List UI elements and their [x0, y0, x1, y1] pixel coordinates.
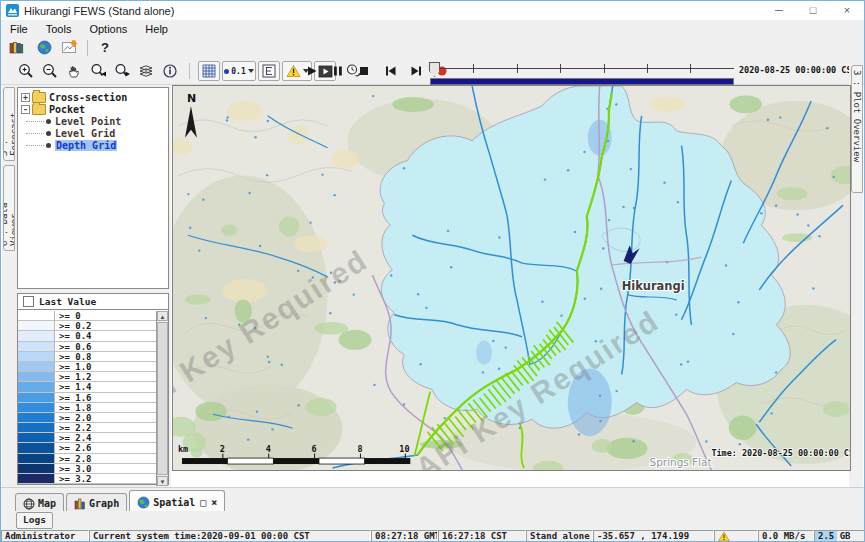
- scroll-down-icon[interactable]: ▼: [157, 476, 168, 486]
- tab-data-viewer[interactable]: 6 : Data Viewer: [3, 165, 15, 251]
- time-slider-groove[interactable]: [430, 68, 734, 69]
- timeseries-export-button[interactable]: [59, 38, 81, 58]
- tree-node-level-point[interactable]: Level Point: [18, 115, 168, 127]
- legend-color-swatch: [18, 393, 55, 402]
- play-button[interactable]: [301, 61, 323, 81]
- map-display-button[interactable]: [33, 38, 55, 58]
- legend-threshold-label: >= 0: [55, 311, 81, 320]
- tree-node-label: Pocket: [49, 104, 85, 115]
- tab-plot-overview[interactable]: 3 : Plot Overview: [851, 65, 863, 193]
- contour-interval-button[interactable]: 0.1: [222, 61, 256, 81]
- pan-hand-icon: [66, 63, 82, 79]
- layers-button[interactable]: [135, 61, 157, 81]
- status-memory: 2.5 GB: [814, 530, 865, 542]
- legend-color-swatch: [18, 342, 55, 351]
- legend-header: Last Value: [18, 294, 168, 310]
- legend-color-swatch: [18, 443, 55, 452]
- collapse-minus-icon[interactable]: -: [21, 105, 30, 114]
- close-button[interactable]: ×: [830, 1, 864, 20]
- time-slider[interactable]: [428, 60, 736, 84]
- zoom-previous-button[interactable]: [87, 61, 109, 81]
- tree-node-label: Cross-section: [49, 92, 127, 103]
- interval-value: 0.1: [231, 67, 245, 76]
- time-slider-thumb[interactable]: [429, 62, 440, 77]
- menu-tools[interactable]: Tools: [37, 23, 81, 35]
- legend-threshold-label: >= 1.2: [55, 372, 92, 381]
- legend-threshold-label: >= 0.2: [55, 321, 92, 330]
- pause-button[interactable]: [327, 61, 349, 81]
- tree-connector: [26, 121, 44, 122]
- last-value-label: Last Value: [39, 296, 96, 307]
- scroll-up-icon[interactable]: ▲: [157, 311, 168, 321]
- legend-color-swatch: [18, 403, 55, 412]
- window-title: Hikurangi FEWS (Stand alone): [24, 5, 174, 17]
- legend-row: >= 2.2: [18, 423, 156, 433]
- globe-icon: [37, 40, 52, 55]
- tab-forecast[interactable]: 5 : Forecast: [3, 87, 15, 161]
- status-local-time: 16:27:18 CST: [438, 530, 526, 542]
- layer-bullet-icon: [46, 131, 51, 136]
- legend-row: >= 3.2: [18, 474, 156, 484]
- tab-spatial[interactable]: Spatial □ ×: [129, 490, 225, 513]
- tree-node-level-grid[interactable]: Level Grid: [18, 127, 168, 139]
- expand-plus-icon[interactable]: +: [21, 93, 30, 102]
- menu-help[interactable]: Help: [136, 23, 177, 35]
- main-toolbar: ?: [1, 37, 864, 58]
- dropdown-caret-icon: [248, 69, 254, 73]
- profile-button[interactable]: [258, 61, 280, 81]
- legend-color-swatch: [18, 413, 55, 422]
- stop-button[interactable]: [353, 61, 375, 81]
- current-timestep-label: 2020-08-25 00:00:00 CST: [739, 65, 851, 75]
- map-viewport[interactable]: API Key Required API Key Required N Hiku…: [172, 85, 851, 471]
- zoom-out-button[interactable]: [39, 61, 61, 81]
- legend-threshold-label: >= 1.0: [55, 362, 92, 371]
- tab-maximize-icon[interactable]: □: [200, 497, 206, 508]
- legend-color-swatch: [18, 464, 55, 473]
- layers-icon: [138, 63, 154, 79]
- maximize-button[interactable]: □: [796, 1, 830, 20]
- app-icon: [6, 4, 19, 17]
- step-end-button[interactable]: [405, 61, 427, 81]
- status-warning-cell[interactable]: [714, 530, 758, 542]
- scale-tick: 6: [312, 444, 317, 454]
- grid-display-button[interactable]: [198, 61, 220, 81]
- pan-button[interactable]: [63, 61, 85, 81]
- legend-threshold-label: >= 1.4: [55, 382, 92, 391]
- grid-icon: [202, 64, 216, 78]
- legend-row: >= 0.4: [18, 331, 156, 341]
- toolbar-separator: [87, 40, 88, 56]
- tab-map[interactable]: Map: [15, 493, 64, 513]
- legend-row: >= 0.8: [18, 352, 156, 362]
- profile-icon: [262, 64, 276, 78]
- tree-node-depth-grid[interactable]: Depth Grid: [18, 139, 168, 151]
- menu-file[interactable]: File: [1, 23, 37, 35]
- time-span-bar: [430, 78, 734, 85]
- logs-button[interactable]: Logs: [16, 512, 53, 529]
- tab-close-icon[interactable]: ×: [211, 497, 217, 508]
- right-tab-strip: 3 : Plot Overview: [849, 59, 863, 487]
- town-label: Hikurangi: [622, 279, 685, 293]
- map-globe-icon: [23, 498, 35, 510]
- legend-scrollbar[interactable]: ▲ ▼: [156, 311, 168, 486]
- zoom-next-icon: [114, 63, 131, 79]
- legend-row: >= 1.8: [18, 403, 156, 413]
- stop-icon: [358, 65, 370, 77]
- minimize-button[interactable]: ─: [762, 1, 796, 20]
- legend-color-swatch: [18, 321, 55, 330]
- status-warning-icon: [718, 531, 730, 542]
- legend-color-swatch: [18, 474, 55, 483]
- help-button[interactable]: ?: [94, 38, 116, 58]
- zoom-next-button[interactable]: [111, 61, 133, 81]
- step-start-button[interactable]: [379, 61, 401, 81]
- tree-node-label-selected: Depth Grid: [55, 140, 117, 151]
- scrollbar-thumb[interactable]: [157, 322, 168, 475]
- database-button[interactable]: [5, 38, 27, 58]
- tab-graph[interactable]: Graph: [66, 493, 127, 513]
- tree-node-cross-section[interactable]: + Cross-section: [18, 91, 168, 103]
- last-value-checkbox[interactable]: [23, 296, 34, 307]
- tree-node-pocket[interactable]: - Pocket: [18, 103, 168, 115]
- zoom-in-button[interactable]: [15, 61, 37, 81]
- legend-threshold-label: >= 1.6: [55, 393, 92, 402]
- menu-options[interactable]: Options: [80, 23, 136, 35]
- info-button[interactable]: [159, 61, 181, 81]
